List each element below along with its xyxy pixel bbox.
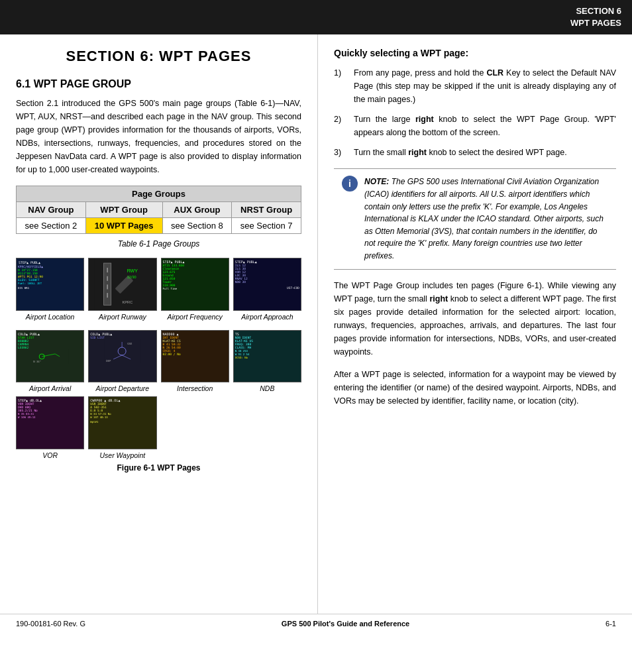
- image-grid-row2: COLD▲ PUBL▲ STAR LIST BOBBB2 CAMRN4 LEEN…: [16, 330, 301, 392]
- page-groups-table: Page Groups NAV Group WPT Group AUX Grou…: [16, 186, 301, 234]
- img-intersection: NADD00 ▲ INT IDENT KLAT-KE CS B 41 50:32…: [161, 330, 229, 392]
- note-text: NOTE: The GPS 500 uses International Civ…: [364, 176, 608, 262]
- label-airport-frequency: Airport Frequency: [167, 313, 222, 321]
- section-heading: 6.1 WPT PAGE GROUP: [16, 78, 301, 90]
- note-icon: i: [342, 176, 358, 192]
- body-text-2: The WPT Page Group includes ten pages (F…: [334, 279, 616, 359]
- img-airport-runway: RWY 12/30 KPRC Airport Runway: [88, 258, 156, 320]
- row-nrst: see Section 7: [232, 218, 301, 234]
- img-airport-approach: STEP▲ PUBL▲ ILS 12 ILS 30 VOR 12 LOC 30 …: [233, 258, 301, 320]
- img-airport-location: STEP▲ PUBL▲ KPRC/HEFFIELD▲ N 34°27.158 W…: [16, 258, 84, 320]
- step-2-num: 2): [334, 113, 347, 139]
- step-3-num: 3): [334, 146, 347, 159]
- footer-left: 190-00181-60 Rev. G: [16, 620, 85, 628]
- footer-right: 6-1: [606, 620, 616, 628]
- left-column: SECTION 6: WPT PAGES 6.1 WPT PAGE GROUP …: [0, 34, 318, 614]
- screen-airport-runway: RWY 12/30 KPRC: [88, 258, 156, 310]
- img-airport-frequency: STEP▲ PUBL▲ ATIS 133.650 Clearance 123.6…: [161, 258, 229, 320]
- screen-intersection: NADD00 ▲ INT IDENT KLAT-KE CS B 41 50:32…: [161, 330, 229, 382]
- img-ndb: TS NDB IDENT KLAT-KE US FREQ: 380 CLASS:…: [233, 330, 301, 392]
- screen-user-waypoint: CWRP00 ▲ dB.OL▲ USR IDENT A 502-351 E:0 …: [88, 396, 156, 449]
- label-airport-runway: Airport Runway: [99, 313, 146, 321]
- row-nav: see Section 2: [17, 218, 86, 234]
- svg-text:N 34°: N 34°: [33, 360, 41, 363]
- svg-text:RWY: RWY: [127, 268, 138, 273]
- table-caption: Page Groups: [16, 186, 301, 201]
- row-wpt: 10 WPT Pages: [85, 218, 162, 234]
- image-grid-row1: STEP▲ PUBL▲ KPRC/HEFFIELD▲ N 34°27.158 W…: [16, 258, 301, 320]
- col-wpt: WPT Group: [85, 202, 162, 218]
- label-airport-location: Airport Location: [26, 313, 75, 321]
- screen-airport-arrival: COLD▲ PUBL▲ STAR LIST BOBBB2 CAMRN4 LEEN…: [16, 330, 84, 382]
- label-intersection: Intersection: [177, 384, 213, 392]
- label-ndb: NDB: [260, 384, 274, 392]
- page-title: SECTION 6: WPT PAGES: [16, 48, 301, 65]
- table-note: Table 6-1 Page Groups: [16, 239, 301, 249]
- col-aux: AUX Group: [162, 202, 232, 218]
- body-text-3: After a WPT page is selected, informatio…: [334, 368, 616, 408]
- header-line2: WPT PAGES: [11, 17, 621, 29]
- step-1: 1) From any page, press and hold the CLR…: [334, 66, 616, 106]
- step-1-num: 1): [334, 66, 347, 106]
- body-text-1: Section 2.1 introduced the GPS 500's mai…: [16, 97, 301, 176]
- img-airport-arrival: COLD▲ PUBL▲ STAR LIST BOBBB2 CAMRN4 LEEN…: [16, 330, 84, 392]
- screen-airport-frequency: STEP▲ PUBL▲ ATIS 133.650 Clearance 123.6…: [161, 258, 229, 310]
- step-1-text: From any page, press and hold the CLR Ke…: [354, 66, 616, 106]
- screen-airport-location: STEP▲ PUBL▲ KPRC/HEFFIELD▲ N 34°27.158 W…: [16, 258, 84, 310]
- step-3: 3) Turn the small right knob to select t…: [334, 146, 616, 159]
- header-line1: SECTION 6: [11, 5, 621, 17]
- label-airport-departure: Airport Departure: [96, 384, 150, 392]
- img-vor: STEP▲ dB.OL▲ VOR IDENT OHD ABQ 305.2/21 …: [16, 396, 84, 459]
- note-box: i NOTE: The GPS 500 uses International C…: [334, 168, 616, 269]
- quick-select-heading: Quickly selecting a WPT page:: [334, 48, 616, 58]
- image-grid-row3: STEP▲ dB.OL▲ VOR IDENT OHD ABQ 305.2/21 …: [16, 396, 301, 459]
- section-header: SECTION 6 WPT PAGES: [0, 0, 632, 34]
- footer: 190-00181-60 Rev. G GPS 500 Pilot's Guid…: [0, 614, 632, 633]
- col-nav: NAV Group: [17, 202, 86, 218]
- screen-airport-departure: COLD▲ PUBL▲ SID LIST DEP GSE: [88, 330, 156, 382]
- screen-airport-approach: STEP▲ PUBL▲ ILS 12 ILS 30 VOR 12 LOC 30 …: [233, 258, 301, 310]
- label-user-waypoint: User Waypoint: [100, 451, 146, 459]
- screen-ndb: TS NDB IDENT KLAT-KE US FREQ: 380 CLASS:…: [233, 330, 301, 382]
- label-vor: VOR: [42, 451, 58, 459]
- runway-svg: RWY 12/30 KPRC: [89, 258, 156, 309]
- figure-caption: Figure 6-1 WPT Pages: [16, 463, 301, 473]
- row-aux: see Section 8: [162, 218, 232, 234]
- steps-list: 1) From any page, press and hold the CLR…: [334, 66, 616, 159]
- svg-text:KPRC: KPRC: [123, 300, 133, 304]
- svg-text:DEP: DEP: [106, 359, 111, 363]
- img-airport-departure: COLD▲ PUBL▲ SID LIST DEP GSE: [88, 330, 156, 392]
- step-2-text: Turn the large right knob to select the …: [354, 113, 616, 139]
- col-nrst: NRST Group: [232, 202, 301, 218]
- right-column: Quickly selecting a WPT page: 1) From an…: [318, 34, 632, 614]
- label-airport-approach: Airport Approach: [241, 313, 293, 321]
- img-user-waypoint: CWRP00 ▲ dB.OL▲ USR IDENT A 502-351 E:0 …: [88, 396, 156, 459]
- step-3-text: Turn the small right knob to select the …: [354, 146, 567, 159]
- svg-text:GSE: GSE: [127, 342, 132, 345]
- label-airport-arrival: Airport Arrival: [29, 384, 71, 392]
- svg-text:12/30: 12/30: [127, 275, 136, 279]
- step-2: 2) Turn the large right knob to select t…: [334, 113, 616, 139]
- screen-vor: STEP▲ dB.OL▲ VOR IDENT OHD ABQ 305.2/21 …: [16, 396, 84, 449]
- footer-center: GPS 500 Pilot's Guide and Reference: [282, 620, 409, 628]
